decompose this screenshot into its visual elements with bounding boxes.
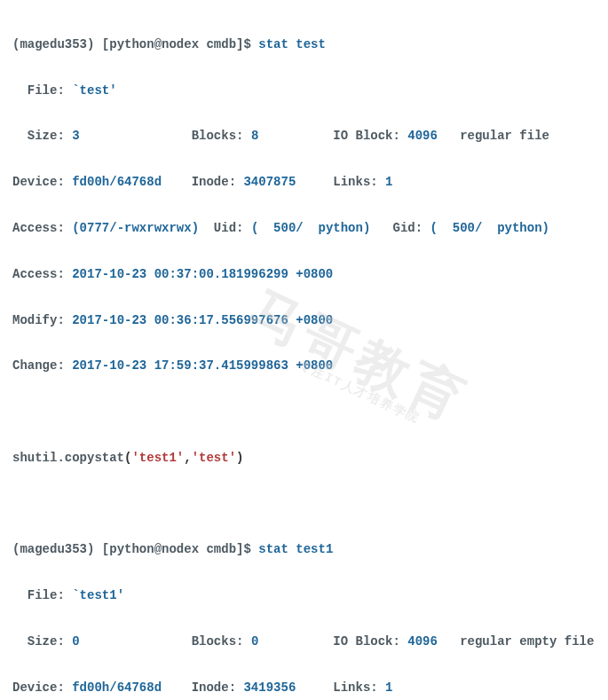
ioblock-label: IO Block: (333, 634, 407, 649)
access-perm-val: (0777/-rwxrwxrwx) (72, 221, 199, 235)
links-val: 1 (385, 680, 392, 695)
command-stat-test: stat test (258, 37, 326, 51)
blank-line (12, 401, 596, 424)
stat-file-line: File: `test' (12, 80, 596, 103)
uid-label: Uid: (214, 221, 251, 235)
stat-access-perm-line: Access: (0777/-rwxrwxrwx) Uid: ( 500/ py… (12, 217, 596, 240)
ioblock-label: IO Block: (333, 129, 407, 143)
access-time-label: Access: (12, 267, 72, 281)
prompt-userhost: [python@nodex cmdb]$ (102, 37, 251, 51)
inode-val: 3407875 (243, 175, 296, 189)
stat-access-time-line: Access: 2017-10-23 00:37:00.181996299 +0… (12, 263, 596, 287)
access-time-val: 2017-10-23 00:37:00.181996299 +0800 (72, 267, 333, 281)
change-label: Change: (12, 358, 72, 373)
stat-device-line: Device: fd00h/64768d Inode: 3419356 Link… (12, 677, 596, 700)
copystat-arg1: 'test1' (131, 451, 184, 465)
inode-label: Inode: (192, 175, 244, 189)
gid-label: Gid: (393, 221, 430, 235)
stat-file-line: File: `test1' (12, 585, 596, 608)
terminal-output: (magedu353) [python@nodex cmdb]$ stat te… (12, 11, 596, 700)
blank-line (12, 493, 596, 516)
links-label: Links: (333, 680, 385, 695)
blocks-label: Blocks: (192, 634, 251, 649)
copystat-func: shutil.copystat (12, 451, 124, 465)
device-label: Device: (12, 680, 72, 695)
links-label: Links: (333, 175, 385, 189)
prompt-line-1: (magedu353) [python@nodex cmdb]$ stat te… (12, 34, 596, 57)
size-val: 3 (72, 129, 79, 143)
prompt-userhost: [python@nodex cmdb]$ (102, 542, 251, 556)
ioblock-val: 4096 (407, 634, 438, 649)
uid-val: ( 500/ python) (251, 221, 370, 235)
stat-change-line: Change: 2017-10-23 17:59:37.415999863 +0… (12, 355, 596, 378)
ioblock-val: 4096 (407, 129, 438, 143)
inode-label: Inode: (192, 680, 244, 695)
modify-val: 2017-10-23 00:36:17.556997676 +0800 (72, 313, 333, 327)
device-label: Device: (12, 175, 72, 189)
blocks-val: 0 (251, 634, 258, 649)
file-val: `test' (72, 83, 116, 98)
python-copystat-line: shutil.copystat('test1','test') (12, 447, 596, 470)
device-val: fd00h/64768d (72, 175, 162, 189)
copystat-arg2: 'test' (192, 451, 236, 465)
access-perm-label: Access: (12, 221, 72, 235)
gid-val: ( 500/ python) (430, 221, 549, 235)
stat-modify-line: Modify: 2017-10-23 00:36:17.556997676 +0… (12, 310, 596, 333)
blocks-val: 8 (251, 129, 258, 143)
device-val: fd00h/64768d (72, 680, 162, 695)
size-label: Size: (12, 129, 72, 143)
prompt-env: (magedu353) (12, 542, 94, 556)
prompt-env: (magedu353) (12, 37, 94, 51)
stat-device-line: Device: fd00h/64768d Inode: 3407875 Link… (12, 171, 596, 194)
links-val: 1 (385, 175, 392, 189)
size-val: 0 (72, 634, 79, 649)
stat-size-line: Size: 0 Blocks: 0 IO Block: 4096 regular… (12, 631, 596, 654)
stat-size-line: Size: 3 Blocks: 8 IO Block: 4096 regular… (12, 125, 596, 148)
blocks-label: Blocks: (192, 129, 251, 143)
change-val: 2017-10-23 17:59:37.415999863 +0800 (72, 358, 333, 373)
modify-label: Modify: (12, 313, 72, 327)
prompt-line-2: (magedu353) [python@nodex cmdb]$ stat te… (12, 539, 596, 562)
command-stat-test1: stat test1 (258, 542, 333, 556)
filetype: regular empty file (438, 634, 594, 649)
inode-val: 3419356 (243, 680, 296, 695)
file-label: File: (12, 588, 72, 602)
file-label: File: (12, 83, 72, 98)
size-label: Size: (12, 634, 72, 649)
file-val: `test1' (72, 588, 124, 602)
filetype: regular file (438, 129, 549, 143)
